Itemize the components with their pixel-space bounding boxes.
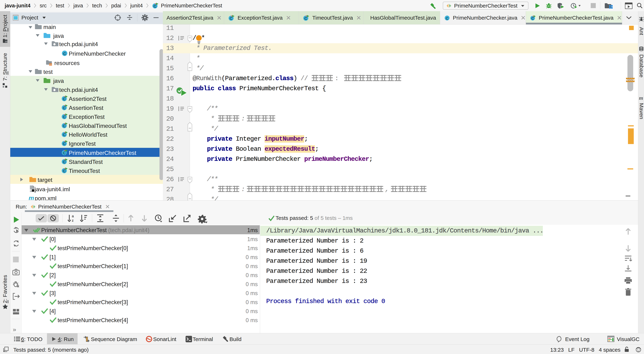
svg-text:C: C (154, 4, 156, 9)
svg-text:C: C (63, 151, 66, 155)
svg-text:C: C (63, 106, 66, 110)
svg-text:a: a (72, 214, 74, 218)
svg-text:C: C (63, 115, 66, 119)
svg-text:C: C (63, 160, 66, 164)
svg-text:C: C (63, 52, 66, 56)
svg-text:m: m (639, 95, 643, 101)
svg-text:C: C (304, 16, 307, 21)
svg-text:z: z (72, 218, 74, 222)
svg-text:C: C (63, 169, 66, 173)
svg-text:C: C (446, 16, 448, 20)
svg-text:C: C (230, 16, 232, 21)
svg-text:C: C (531, 16, 534, 20)
svg-text:C: C (63, 142, 66, 146)
svg-text:C: C (63, 133, 66, 137)
svg-text:C: C (63, 97, 66, 101)
svg-text:C: C (63, 124, 66, 128)
svg-text:m: m (28, 194, 34, 200)
